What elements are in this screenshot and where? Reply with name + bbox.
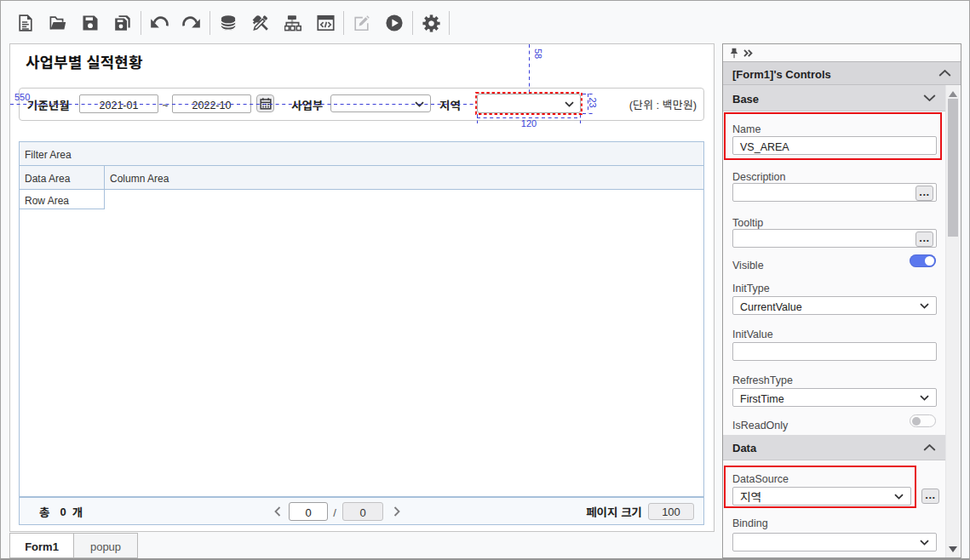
toolbar-separator xyxy=(449,11,450,35)
run-button[interactable] xyxy=(378,7,410,39)
tab-form1[interactable]: Form1 xyxy=(9,533,74,558)
sitemap-icon xyxy=(284,14,301,31)
save-all-button[interactable] xyxy=(106,7,139,39)
toolbar-separator xyxy=(412,11,413,35)
description-more-button[interactable]: ... xyxy=(915,186,933,201)
pivot-grid[interactable]: Filter Area Data Area Column Area Row Ar… xyxy=(19,141,704,497)
datasource-label: DataSource xyxy=(732,470,789,486)
scrollbar-thumb[interactable] xyxy=(948,99,958,237)
edit-button xyxy=(346,7,378,39)
panel-topbar xyxy=(723,44,961,61)
scroll-down-icon[interactable] xyxy=(949,546,957,552)
new-document-button[interactable] xyxy=(9,7,42,39)
undo-button[interactable] xyxy=(143,7,175,39)
tooltip-input[interactable]: ... xyxy=(732,229,937,248)
new-document-icon xyxy=(17,14,34,31)
binding-select[interactable] xyxy=(732,533,937,551)
region-select[interactable] xyxy=(477,94,581,113)
tooltip-label: Tooltip xyxy=(732,214,763,230)
refreshtype-value: FirstTime xyxy=(740,390,784,406)
column-area-label: Column Area xyxy=(110,170,169,185)
row-area-cell[interactable]: Row Area xyxy=(20,190,105,209)
open-folder-button[interactable] xyxy=(42,7,74,39)
redo-button[interactable] xyxy=(175,7,208,39)
visible-label: Visible xyxy=(732,256,764,272)
isreadonly-toggle[interactable] xyxy=(910,414,936,427)
tools-icon xyxy=(252,14,269,31)
section-data[interactable]: Data xyxy=(723,435,945,460)
panel-rows: Base Name VS_AREA Description ... Toolti… xyxy=(723,85,945,557)
settings-icon xyxy=(422,14,440,32)
current-page-input[interactable]: 0 xyxy=(289,502,328,521)
filter-bar: 기준년월 2021-01 ~ 2022-10 사업부 지역 (단위 : 백만원) xyxy=(19,88,704,121)
toolbar-separator xyxy=(141,11,141,35)
datasource-value: 지역 xyxy=(740,488,761,505)
form-tabs: Form1 popup xyxy=(9,533,138,558)
database-icon xyxy=(220,14,237,31)
section-base[interactable]: Base xyxy=(723,85,945,111)
date-from-input[interactable]: 2021-01 xyxy=(79,94,158,113)
toolbar-separator xyxy=(209,11,210,35)
panel-scrollbar[interactable] xyxy=(945,85,960,557)
prev-page-button[interactable] xyxy=(274,506,281,517)
design-canvas[interactable]: 사업부별 실적현황 기준년월 2021-01 ~ 2022-10 사업부 지역 … xyxy=(9,43,715,532)
guide-top-value: 58 xyxy=(533,49,543,59)
panel-header-label: [Form1]'s Controls xyxy=(732,66,831,82)
name-input[interactable]: VS_AREA xyxy=(732,136,937,155)
sitemap-button[interactable] xyxy=(277,7,309,39)
toggle-knob xyxy=(925,256,934,266)
save-all-icon xyxy=(114,14,131,31)
app-window: 사업부별 실적현황 기준년월 2021-01 ~ 2022-10 사업부 지역 … xyxy=(0,0,970,560)
inittype-value: CurrentValue xyxy=(740,298,802,314)
filter-area-cell[interactable]: Filter Area xyxy=(20,142,703,166)
pivot-header-row: Data Area Column Area xyxy=(20,166,703,190)
settings-button[interactable] xyxy=(415,7,447,39)
calendar-button[interactable] xyxy=(256,94,274,112)
division-select[interactable] xyxy=(330,94,431,112)
visible-toggle[interactable] xyxy=(910,254,936,267)
column-area-cell[interactable]: Column Area xyxy=(105,166,703,189)
toolbar-separator xyxy=(343,11,344,35)
pin-icon[interactable] xyxy=(730,48,738,59)
tab-popup[interactable]: popup xyxy=(74,533,138,558)
chevron-down-icon xyxy=(894,494,904,500)
edit-icon xyxy=(353,14,370,31)
next-page-button[interactable] xyxy=(393,506,400,517)
chevron-down-icon xyxy=(415,101,424,107)
refreshtype-select[interactable]: FirstTime xyxy=(732,388,937,407)
properties-panel: [Form1]'s Controls Base Name VS_AREA Des… xyxy=(722,43,961,558)
description-input[interactable]: ... xyxy=(732,183,937,202)
isreadonly-label: IsReadOnly xyxy=(732,416,788,432)
binding-label: Binding xyxy=(732,514,768,530)
code-window-icon xyxy=(317,14,335,31)
tools-button[interactable] xyxy=(244,7,277,39)
save-button[interactable] xyxy=(74,7,106,39)
page-size-value[interactable]: 100 xyxy=(648,503,694,520)
collapse-icon[interactable] xyxy=(938,70,951,77)
section-data-label: Data xyxy=(732,439,756,455)
calendar-icon xyxy=(260,94,272,114)
data-area-cell[interactable]: Data Area xyxy=(20,166,105,189)
row-area-label: Row Area xyxy=(25,192,69,207)
datasource-select[interactable]: 지역 xyxy=(732,487,911,506)
scroll-up-icon[interactable] xyxy=(949,91,957,97)
filter-area-label: Filter Area xyxy=(25,146,72,161)
page-separator: / xyxy=(330,502,339,521)
panel-header[interactable]: [Form1]'s Controls xyxy=(723,61,961,85)
database-button[interactable] xyxy=(212,7,244,39)
toggle-knob xyxy=(912,417,921,426)
tooltip-more-button[interactable]: ... xyxy=(915,231,933,247)
datasource-more-button[interactable]: ... xyxy=(921,489,939,504)
code-window-button[interactable] xyxy=(309,7,342,39)
inittype-select[interactable]: CurrentValue xyxy=(732,296,937,315)
report-title: 사업부별 실적현황 xyxy=(26,50,142,72)
page-size-label: 페이지 크기 xyxy=(586,503,642,520)
date-to-input[interactable]: 2022-10 xyxy=(172,94,251,113)
total-pages-box: 0 xyxy=(342,502,383,521)
initvalue-input[interactable] xyxy=(732,342,937,361)
chevron-down-icon xyxy=(923,94,936,101)
chevron-down-icon xyxy=(565,101,574,107)
description-label: Description xyxy=(732,168,786,184)
collapse-panel-icon[interactable] xyxy=(743,49,753,57)
division-label: 사업부 xyxy=(291,89,323,120)
